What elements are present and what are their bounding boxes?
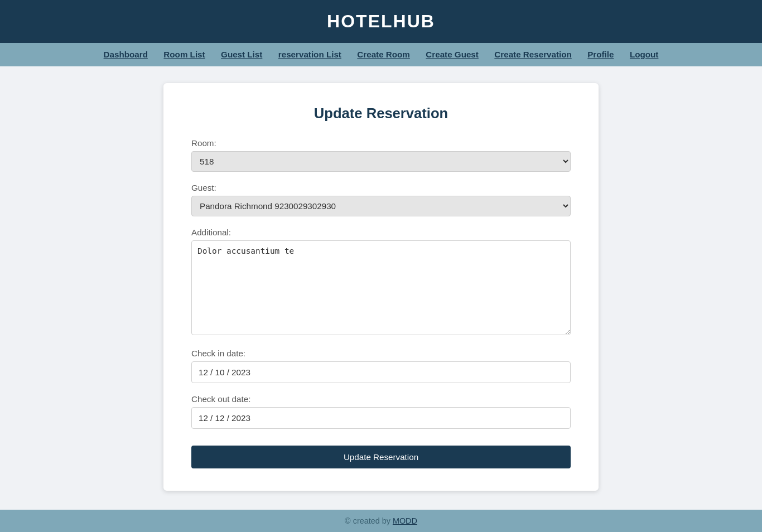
checkin-input[interactable]: 12 / 10 / 2023 <box>191 361 571 383</box>
nav-room-list[interactable]: Room List <box>163 50 205 59</box>
nav-create-guest[interactable]: Create Guest <box>426 50 479 59</box>
room-select[interactable]: 518 101 202 303 404 <box>191 151 571 172</box>
nav-logout[interactable]: Logout <box>630 50 658 59</box>
additional-field-group: Additional: Dolor accusantium te <box>191 228 571 337</box>
additional-textarea[interactable]: Dolor accusantium te <box>191 240 571 335</box>
update-reservation-button[interactable]: Update Reservation <box>191 446 571 468</box>
checkout-field-group: Check out date: 12 / 12 / 2023 <box>191 394 571 429</box>
reservation-form-card: Update Reservation Room: 518 101 202 303… <box>163 83 599 491</box>
main-content: Update Reservation Room: 518 101 202 303… <box>0 66 762 510</box>
nav-create-room[interactable]: Create Room <box>357 50 410 59</box>
guest-field-group: Guest: Pandora Richmond 9230029302930 Jo… <box>191 183 571 216</box>
nav-reservation-list[interactable]: reservation List <box>278 50 341 59</box>
nav-guest-list[interactable]: Guest List <box>221 50 262 59</box>
checkin-field-group: Check in date: 12 / 10 / 2023 <box>191 349 571 383</box>
guest-label: Guest: <box>191 183 571 192</box>
nav-dashboard[interactable]: Dashboard <box>104 50 148 59</box>
main-nav: Dashboard Room List Guest List reservati… <box>0 43 762 66</box>
site-footer: © created by MODD <box>0 510 762 532</box>
room-field-group: Room: 518 101 202 303 404 <box>191 138 571 172</box>
form-title: Update Reservation <box>191 105 571 122</box>
room-label: Room: <box>191 138 571 148</box>
footer-link[interactable]: MODD <box>393 516 417 525</box>
additional-label: Additional: <box>191 228 571 237</box>
checkout-input[interactable]: 12 / 12 / 2023 <box>191 407 571 429</box>
site-title: HOTELHUB <box>11 11 751 32</box>
checkout-label: Check out date: <box>191 394 571 404</box>
footer-text: © created by <box>345 516 393 525</box>
guest-select[interactable]: Pandora Richmond 9230029302930 John Doe … <box>191 196 571 216</box>
nav-profile[interactable]: Profile <box>587 50 614 59</box>
site-header: HOTELHUB <box>0 0 762 43</box>
checkin-label: Check in date: <box>191 349 571 358</box>
nav-create-reservation[interactable]: Create Reservation <box>494 50 571 59</box>
